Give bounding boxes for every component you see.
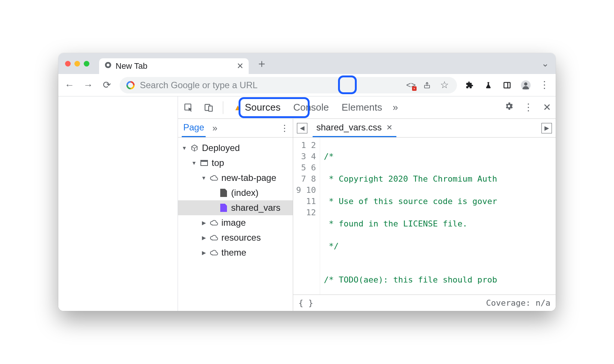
tab-console-label: Console [293,102,329,113]
omnibox[interactable]: Search Google or type a URL <>× ☆ [120,77,457,93]
cloud-icon [209,218,218,227]
devtools-panel: ▲ Sources Console Elements » ⋮ ✕ Page [178,96,556,311]
pretty-print-button[interactable]: { } [298,298,313,308]
coverage-status: Coverage: n/a [486,298,550,308]
window-close-button[interactable] [65,61,71,67]
tree-row-deployed[interactable]: ▼ Deployed [178,141,293,155]
forward-button[interactable]: → [82,79,94,91]
tab-close-button[interactable]: ✕ [237,61,243,71]
tree-row-origin[interactable]: ▼ new-tab-page [178,170,293,185]
tab-sources[interactable]: ▲ Sources [231,96,283,118]
spacer [211,205,216,211]
google-icon [126,81,135,89]
chrome-icon [104,61,112,71]
svg-rect-9 [209,106,212,111]
tree-label: (index) [231,188,258,198]
devtools-subheader: Page » ⋮ ◀ shared_vars.css ✕ ▶ [178,119,556,138]
tree-row-top[interactable]: ▼ top [178,155,293,170]
line-gutter: 1 2 3 4 5 6 7 8 9 10 11 12 [293,138,320,294]
code-lines: /* * Copyright 2020 The Chromium Auth * … [320,138,556,294]
bookmark-star-icon[interactable]: ☆ [438,79,450,91]
svg-point-6 [524,82,528,86]
new-tab-button[interactable]: ＋ [256,56,267,71]
file-tab-close-button[interactable]: ✕ [386,123,393,132]
extensions-icon[interactable] [464,79,476,91]
profile-avatar[interactable] [520,79,532,91]
file-navigator: ▼ Deployed ▼ top ▼ new-tab-pa [178,138,293,311]
file-icon [219,188,228,197]
tab-elements[interactable]: Elements [340,96,384,118]
share-icon[interactable] [421,79,433,91]
chevron-right-icon: ▶ [201,235,206,241]
tree-label: image [221,218,246,228]
back-button[interactable]: ← [64,79,76,91]
warning-icon: ▲ [234,103,242,112]
tree-row-theme[interactable]: ▶ theme [178,245,293,260]
navigator-more-button[interactable]: » [212,123,217,133]
navigator-menu-button[interactable]: ⋮ [280,123,289,133]
chevron-down-icon: ▼ [201,175,206,181]
devtools-close-button[interactable]: ✕ [543,102,551,113]
labs-icon[interactable] [482,79,494,91]
nav-right-icon[interactable]: ▶ [541,123,552,133]
tree-label: new-tab-page [221,173,276,183]
chevron-down-icon: ▼ [182,145,187,151]
tree-row-image[interactable]: ▶ image [178,215,293,230]
error-badge: × [412,86,417,91]
tab-sources-label: Sources [245,102,280,113]
devtools-body: ▼ Deployed ▼ top ▼ new-tab-pa [178,138,556,311]
chevron-right-icon: ▶ [201,250,206,256]
file-tab-label: shared_vars.css [316,122,382,133]
omnibox-placeholder: Search Google or type a URL [140,80,258,90]
navigator-tab-page[interactable]: Page [182,119,206,137]
package-icon [190,144,199,152]
devtools-menu-button[interactable]: ⋮ [524,102,533,113]
tree-label: shared_vars [231,203,280,213]
chevron-down-icon: ▼ [191,160,197,166]
toolbar: ← → ⟳ Search Google or type a URL <>× ☆ [58,74,556,96]
side-panel-icon[interactable] [501,79,513,91]
more-tabs-button[interactable]: » [393,102,398,113]
svg-point-1 [107,64,110,67]
frame-icon [200,158,209,167]
tab-elements-label: Elements [342,102,382,113]
nav-left-icon[interactable]: ◀ [297,123,307,133]
device-toggle-icon[interactable] [203,102,215,114]
window-minimize-button[interactable] [74,61,80,67]
file-icon [219,203,228,212]
content-area: ▲ Sources Console Elements » ⋮ ✕ Page [58,96,556,311]
browser-tab[interactable]: New Tab ✕ [99,58,249,74]
page-viewport [58,96,178,311]
editor-statusbar: { } Coverage: n/a [293,294,556,311]
tree-label: Deployed [202,143,240,153]
settings-gear-icon[interactable] [504,101,514,114]
tab-strip: New Tab ✕ ＋ ⌄ [58,53,556,74]
navigator-tabs: Page » ⋮ [178,119,293,137]
chevron-right-icon: ▶ [201,220,206,226]
window-controls [65,61,89,67]
tree-row-index[interactable]: (index) [178,185,293,200]
file-tab-shared-vars[interactable]: shared_vars.css ✕ [313,119,396,137]
chrome-menu-button[interactable]: ⋮ [538,79,550,91]
cloud-icon [209,233,218,242]
tree-label: theme [221,247,246,258]
tab-list-button[interactable]: ⌄ [541,58,549,69]
tree-label: top [212,158,224,168]
source-editor[interactable]: 1 2 3 4 5 6 7 8 9 10 11 12 /* * Copyrigh… [293,138,556,311]
tree-label: resources [221,232,261,243]
spacer [211,190,216,196]
devtools-tabbar: ▲ Sources Console Elements » ⋮ ✕ [178,96,556,119]
devtools-error-icon[interactable]: <>× [406,80,416,90]
tab-console[interactable]: Console [291,96,331,118]
tree-row-resources[interactable]: ▶ resources [178,230,293,245]
tree-row-shared-vars[interactable]: shared_vars [178,200,293,215]
inspect-element-icon[interactable] [182,102,194,114]
cloud-icon [209,248,218,257]
reload-button[interactable]: ⟳ [101,79,113,91]
browser-window: New Tab ✕ ＋ ⌄ ← → ⟳ Search Google or typ… [58,53,556,311]
svg-rect-3 [504,82,510,88]
editor-tabbar: ◀ shared_vars.css ✕ ▶ [293,119,556,137]
tab-title: New Tab [116,61,147,71]
cloud-icon [209,173,218,182]
window-maximize-button[interactable] [84,61,89,67]
